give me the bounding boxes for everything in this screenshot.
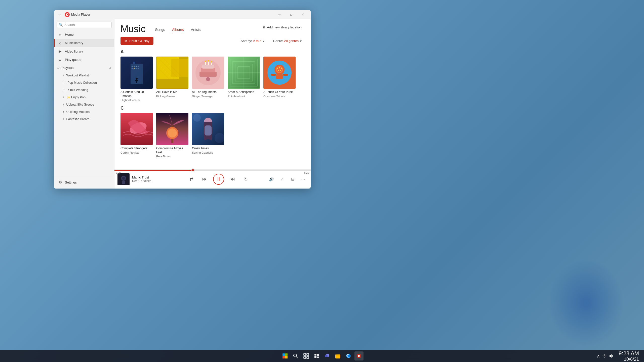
playlist-item-workout[interactable]: ♪ Workout Playlist [54, 72, 114, 79]
settings-label: Settings [65, 180, 77, 184]
file-explorer-button[interactable] [333, 351, 342, 360]
sidebar-item-settings[interactable]: ⚙ Settings [54, 178, 114, 187]
close-button[interactable]: ✕ [297, 10, 309, 19]
home-icon: ⌂ [58, 32, 62, 37]
genre-button[interactable]: Genre: All genres ∨ [270, 38, 305, 44]
svg-rect-83 [314, 354, 316, 355]
start-button[interactable] [280, 351, 290, 360]
svg-rect-82 [307, 356, 309, 358]
wifi-icon [602, 354, 607, 358]
section-letter-a: A [120, 49, 305, 55]
volume-button[interactable]: 🔊 [267, 175, 275, 183]
now-playing-bar: 1:24 3:29 Manic Trust Deaf Tortoises [114, 169, 311, 189]
add-library-button[interactable]: 🖥 Add new library location [259, 24, 305, 31]
album-card-1[interactable]: A Certain Kind Of Emotion Flight of Venu… [120, 57, 153, 102]
playlist-item-pop[interactable]: ◻ Pop Music Collection [54, 79, 114, 86]
svg-point-63 [168, 128, 177, 138]
sidebar-bottom: ⚙ Settings [54, 176, 114, 189]
window-controls: — □ ✕ [274, 10, 309, 19]
svg-rect-30 [205, 62, 206, 65]
maximize-button[interactable]: □ [286, 10, 297, 19]
tab-albums[interactable]: Albums [169, 26, 187, 34]
play-queue-icon: ≡ [58, 58, 62, 62]
album-card-3[interactable]: All The Arguments Ginger Teenager [192, 57, 224, 102]
search-icon: 🔍 [59, 23, 63, 27]
search-input[interactable] [64, 23, 109, 27]
more-options-button[interactable]: ⋯ [299, 175, 307, 183]
media-player-taskbar-button[interactable] [354, 351, 364, 360]
playlist-item-fantastic[interactable]: ♪ Fantastic Dream [54, 115, 114, 123]
volume-taskbar-icon [609, 354, 614, 358]
shuffle-play-button[interactable]: ⇄ Shuffle & play [120, 37, 153, 45]
album-card-4[interactable]: Ardor & Anticipation Pointlessknot [228, 57, 260, 102]
svg-rect-73 [283, 353, 285, 356]
taskbar-clock[interactable]: 9:28 AM 10/6/21 [619, 350, 639, 362]
sidebar-item-video-library[interactable]: ▶ Video library [54, 47, 114, 56]
player-right-controls: 🔊 ⤢ ⊟ ⋯ [267, 175, 311, 183]
album-title-2: All I Have Is Me [156, 90, 188, 94]
playlist-item-kims-wedding[interactable]: ◻ Kim's Wedding [54, 86, 114, 94]
playlists-header[interactable]: ≡ Playlists ∧ [54, 64, 114, 72]
main-header-top: Music Songs Albums Artists 🖥 Add new lib… [120, 24, 305, 34]
album-card-8[interactable]: Crazy Times Saving Gabrielle [192, 113, 224, 158]
sidebar-item-play-queue[interactable]: ≡ Play queue [54, 56, 114, 64]
albums-row-a: A Certain Kind Of Emotion Flight of Venu… [120, 57, 305, 102]
sort-button[interactable]: Sort by: A to Z ∨ [238, 38, 268, 44]
svg-rect-80 [307, 353, 309, 355]
main-header: Music Songs Albums Artists 🖥 Add new lib… [114, 19, 311, 34]
playlist-item-upbeat[interactable]: ♪ Upbeat 80's Groove [54, 101, 114, 108]
previous-button[interactable]: ⏮ [200, 175, 209, 184]
svg-point-34 [208, 60, 209, 62]
teams-button[interactable] [323, 351, 332, 360]
media-player-window: ← Media Player — □ ✕ 🔍 ⌂ Home ♫ [54, 10, 311, 189]
playlists-label: Playlists [62, 66, 74, 70]
playlist-enjoy-label: ✨ Enjoy Pop [66, 95, 86, 99]
playlist-note-icon3: ♪ [63, 117, 64, 121]
album-artist-1: Flight of Venus [120, 99, 153, 102]
svg-rect-6 [132, 66, 133, 67]
edge-button[interactable] [344, 351, 353, 360]
progress-knob[interactable] [191, 169, 194, 172]
chevron-up-icon[interactable]: ∧ [597, 353, 600, 359]
track-artist: Deaf Tortoises [132, 179, 167, 183]
svg-rect-79 [304, 353, 306, 355]
repeat-button[interactable]: ↻ [241, 175, 250, 184]
shuffle-control-button[interactable]: ⇄ [187, 175, 196, 184]
svg-point-14 [136, 78, 138, 80]
svg-rect-52 [283, 74, 288, 76]
progress-bar-container[interactable] [114, 170, 311, 171]
album-title-7: Compromise Moves Fast [156, 147, 188, 154]
album-card-7[interactable]: Compromise Moves Fast Pete Brown [156, 113, 188, 158]
svg-rect-74 [285, 353, 288, 356]
playlist-item-uplifting[interactable]: ♪ Uplifting Motions [54, 108, 114, 115]
albums-scroll[interactable]: A [114, 47, 311, 169]
widgets-button[interactable] [312, 351, 321, 360]
album-card-5[interactable]: A Touch Of Your Punk Compass Tribute [263, 57, 296, 102]
time-total: 3:29 [304, 171, 309, 174]
album-artist-5: Compass Tribute [263, 95, 296, 98]
playlist-uplifting-label: Uplifting Motions [66, 110, 90, 114]
sidebar-item-home[interactable]: ⌂ Home [54, 30, 114, 39]
sidebar: 🔍 ⌂ Home ♫ Music library ▶ Video library [54, 19, 114, 189]
search-taskbar-button[interactable] [291, 351, 300, 360]
tab-songs[interactable]: Songs [151, 26, 169, 34]
svg-point-90 [326, 355, 327, 356]
search-bar[interactable]: 🔍 [57, 22, 112, 28]
now-playing-track: Manic Trust Deaf Tortoises [114, 173, 170, 185]
album-card-6[interactable]: Complete Strangers Corbin Revival [120, 113, 153, 158]
next-button[interactable]: ⏭ [228, 175, 237, 184]
mini-player-button[interactable]: ⤢ [278, 175, 286, 183]
minimize-button[interactable]: — [274, 10, 286, 19]
playlist-item-enjoy-pop[interactable]: ♪ ✨ Enjoy Pop [54, 94, 114, 101]
tab-artists[interactable]: Artists [187, 26, 204, 34]
task-view-button[interactable] [302, 351, 311, 360]
album-title-5: A Touch Of Your Punk [263, 90, 296, 94]
cast-button[interactable]: ⊟ [289, 175, 297, 183]
sidebar-item-music-library[interactable]: ♫ Music library [54, 39, 114, 47]
play-pause-button[interactable]: ⏸ [213, 174, 224, 185]
track-info: Manic Trust Deaf Tortoises [132, 175, 167, 183]
nav-items: ⌂ Home ♫ Music library ▶ Video library ≡… [54, 29, 114, 176]
back-button[interactable]: ← [56, 11, 63, 18]
album-card-2[interactable]: All I Have Is Me Kicking Gloves [156, 57, 188, 102]
album-artist-6: Corbin Revival [120, 151, 153, 154]
